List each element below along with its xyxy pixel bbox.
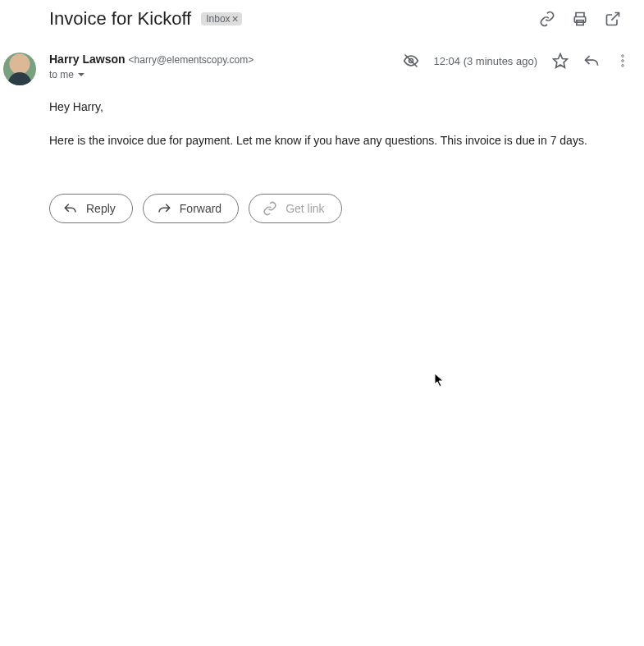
link-icon[interactable] <box>539 11 555 27</box>
label-inbox-text: Inbox <box>206 13 230 25</box>
recipient-dropdown[interactable]: to me <box>49 69 403 80</box>
label-remove-icon[interactable]: × <box>232 13 239 25</box>
get-link-button[interactable]: Get link <box>249 194 341 223</box>
body-greeting: Hey Harry, <box>49 99 631 116</box>
mouse-cursor-icon <box>434 373 445 391</box>
recipient-text: to me <box>49 69 74 80</box>
reply-icon[interactable] <box>583 53 600 69</box>
print-icon[interactable] <box>572 11 588 27</box>
svg-marker-4 <box>554 54 568 68</box>
open-new-window-icon[interactable] <box>605 11 621 27</box>
tracking-off-icon[interactable] <box>403 53 419 69</box>
getlink-icon <box>263 201 277 216</box>
email-timestamp: 12:04 (3 minutes ago) <box>434 55 537 67</box>
more-options-icon[interactable] <box>614 53 631 69</box>
sender-email: <harry@elementscopy.com> <box>129 54 254 66</box>
chevron-down-icon <box>77 71 85 79</box>
svg-point-6 <box>622 60 624 62</box>
svg-point-7 <box>622 65 624 67</box>
email-subject: Invoice for Kickoff <box>49 8 191 30</box>
reply-arrow-icon <box>63 201 78 216</box>
reply-label: Reply <box>86 202 116 215</box>
sender-avatar[interactable] <box>3 53 36 85</box>
sender-name[interactable]: Harry Lawson <box>49 53 126 66</box>
forward-button[interactable]: Forward <box>143 194 239 223</box>
star-icon[interactable] <box>552 53 569 69</box>
label-inbox-chip[interactable]: Inbox × <box>201 12 242 25</box>
svg-point-5 <box>622 55 624 57</box>
getlink-label: Get link <box>285 202 324 215</box>
email-body: Hey Harry, Here is the invoice due for p… <box>0 85 644 149</box>
reply-button[interactable]: Reply <box>49 194 133 223</box>
forward-label: Forward <box>180 202 222 215</box>
forward-arrow-icon <box>157 201 171 216</box>
body-paragraph: Here is the invoice due for payment. Let… <box>49 132 631 149</box>
